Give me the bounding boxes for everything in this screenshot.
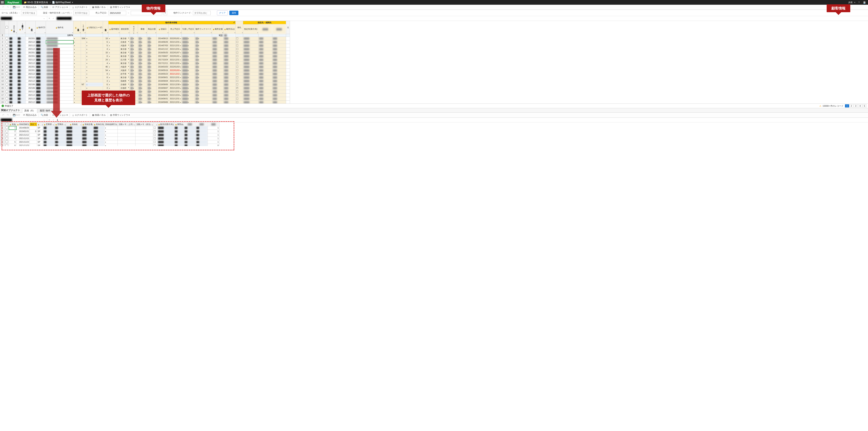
- filter-role-input[interactable]: [21, 11, 37, 15]
- select-all-checkbox[interactable]: [5, 26, 8, 29]
- column-group-dest[interactable]: 指定先・相関先: [243, 21, 286, 24]
- table-row[interactable]: 5████▾202201███████████▾▾16▾東京都▾██▾██▾██…: [0, 51, 290, 55]
- save-icon[interactable]: 💾: [863, 0, 866, 4]
- reload-button[interactable]: ⟳再読み込み: [22, 113, 38, 117]
- row-checkbox[interactable]: [5, 133, 8, 136]
- redo-button[interactable]: ↷: [6, 113, 10, 117]
- table-row[interactable]: 6████▾202201███████████▾▾0▾東京都▾██▾██▾██▾…: [0, 55, 290, 58]
- save-button[interactable]: 💾保存: [11, 113, 21, 117]
- tab-quotes[interactable]: 見積（6）: [22, 108, 37, 113]
- row-checkbox[interactable]: [5, 47, 8, 50]
- table-row[interactable]: 19████▾202112███████████▾▾1▾▾██▾██▾██▾20…: [0, 101, 290, 104]
- confirm-edit-icon[interactable]: ✓: [51, 17, 56, 20]
- search-button[interactable]: 🔍検索: [39, 5, 49, 9]
- pager-page-1[interactable]: 1: [845, 104, 849, 107]
- save-button[interactable]: 💾保存: [11, 5, 21, 9]
- table-row[interactable]: 3████▾202112███████████▾▾5▾大阪府▾██▾██▾██▾…: [0, 44, 290, 47]
- row-checkbox[interactable]: [5, 144, 8, 146]
- goto-icon[interactable]: →: [42, 119, 46, 121]
- table-row[interactable]: 2████▾202112███████████▾▾6▾北海道▾██▾██▾██▾…: [0, 40, 290, 44]
- row-checkbox[interactable]: [5, 40, 8, 43]
- reload-button[interactable]: ⟳再読み込み: [22, 5, 38, 9]
- help-icon[interactable]: ?: [857, 0, 861, 4]
- row-checkbox[interactable]: [5, 90, 8, 93]
- row-checkbox[interactable]: [5, 72, 8, 75]
- row-checkbox[interactable]: [5, 79, 8, 82]
- undo-button[interactable]: ↶: [1, 5, 5, 9]
- row-checkbox[interactable]: [5, 94, 8, 96]
- workwindow-button[interactable]: ▥作業ウィンドウ ▾: [109, 5, 131, 9]
- row-checkbox[interactable]: [5, 37, 8, 39]
- formula-input[interactable]: [56, 119, 868, 122]
- table-row[interactable]: 4████▾202112███████████▾▾4▾東京都▾██▾██▾██▾…: [0, 47, 290, 51]
- action-button[interactable]: ☑アクション ▾: [51, 5, 69, 9]
- workwindow-button[interactable]: ▥作業ウィンドウ ▾: [109, 113, 131, 117]
- pager-page-4[interactable]: 4: [858, 104, 862, 107]
- table-row[interactable]: 11████▾202112███████████▾▾8▾岩手県▾██▾██▾██…: [0, 72, 290, 76]
- table-row[interactable]: 16████▾202112███████████▾▾3▾福島県▾██▾██▾██…: [0, 90, 290, 94]
- table-row[interactable]: 10████▾202201███████████▾▾54▾大阪府▾██▾██▾█…: [0, 69, 290, 72]
- filter-rep-input[interactable]: [73, 11, 89, 15]
- row-checkbox[interactable]: [5, 130, 8, 132]
- table-row[interactable]: 662021/11/23SP████▾██████████▾██████████…: [0, 144, 219, 146]
- table-row[interactable]: 552021/11/23SP████▾██████████▾██████████…: [0, 140, 219, 144]
- row-checkbox[interactable]: [5, 51, 8, 54]
- export-button[interactable]: ⭳エクスポート: [71, 5, 89, 9]
- chevron-down-icon[interactable]: ▾: [854, 1, 856, 4]
- table-row[interactable]: 442021/11/15SP████▾██████████▾██████████…: [0, 137, 219, 140]
- row-checkbox[interactable]: [5, 58, 8, 61]
- cell-reference-input[interactable]: [1, 119, 42, 122]
- searchpanel-button[interactable]: ▦検索パネル: [91, 5, 107, 9]
- row-checkbox[interactable]: [5, 97, 8, 100]
- share-label[interactable]: 共有: [848, 1, 852, 4]
- table-row[interactable]: 13████▾202112███████████▾▾3▾長崎県▾██▾██▾██…: [0, 79, 290, 83]
- table-row[interactable]: 222019/01/310SP████▾██████████▾█████████…: [0, 130, 219, 133]
- table-row[interactable]: 15████▾202106███████████▾▾3▾京都府▾██▾██▾██…: [0, 87, 290, 90]
- cancel-edit-icon[interactable]: ✕: [47, 119, 51, 121]
- table-row[interactable]: 9████▾202201███████████▾▾46▾大阪府▾██▾██▾██…: [0, 65, 290, 69]
- row-checkbox[interactable]: [5, 62, 8, 64]
- column-group-basic[interactable]: 物件基本情報 ⤢: [108, 21, 236, 24]
- related-grid[interactable]: 🔒見積▾ 🔒見積登録日▾ 指定フ▾ 🔒見積種▾ 🔒営業部…▾ 🔒営業担…▾ 🔒見…: [0, 123, 219, 146]
- chevron-down-icon[interactable]: ▾: [72, 1, 73, 4]
- redo-button[interactable]: ↷: [6, 5, 10, 9]
- table-row[interactable]: 7████▾202112███████████▾▾24▾石川県▾██▾██▾██…: [0, 58, 290, 62]
- table-row[interactable]: 18████▾202112███████████▾▾8▾▾██▾██▾██▾20…: [0, 97, 290, 101]
- row-checkbox[interactable]: [5, 76, 8, 78]
- row-checkbox[interactable]: [5, 137, 8, 139]
- row-checkbox[interactable]: [5, 69, 8, 71]
- pager-page-5[interactable]: 5: [863, 104, 866, 107]
- table-row[interactable]: 112014/06/26SP████▾██████████▾██████████…: [0, 126, 219, 130]
- row-checkbox[interactable]: [5, 126, 8, 129]
- table-row[interactable]: 17████▾202112███████████▾▾8▾沖縄県▾██▾██▾██…: [0, 94, 290, 97]
- row-checkbox[interactable]: [5, 87, 8, 89]
- main-grid[interactable]: 🔒ロール(表示名)▾ 🔒販促・物件担当者(ユーザ)▾ 🔒売上予定年月▾ 🔒物件C…: [0, 21, 290, 103]
- row-checkbox[interactable]: [5, 65, 8, 68]
- search-button[interactable]: 🔍検索: [39, 113, 49, 117]
- row-checkbox[interactable]: [5, 140, 8, 143]
- filter-date-input[interactable]: [108, 11, 126, 15]
- table-row[interactable]: 14████▾202106███████████▾NT▾6▾京都府▾██▾██▾…: [0, 83, 290, 87]
- row-checkbox[interactable]: [5, 101, 8, 103]
- searchpanel-button[interactable]: ▦検索パネル: [91, 113, 107, 117]
- table-row[interactable]: 8████▾202112███████████▾▾4▾東京都▾██▾██▾██▾…: [0, 62, 290, 65]
- breadcrumb-folder[interactable]: 00-01 営業本部共有: [27, 1, 48, 4]
- table-row[interactable]: 1████▾202201███████████▾SIM▾18▾東京都▾██▾██…: [0, 37, 290, 40]
- formula-input[interactable]: [56, 17, 868, 20]
- cell-reference-input[interactable]: [1, 17, 42, 20]
- table-row[interactable]: 332021/11/12SP████▾██████████▾██████████…: [0, 133, 219, 137]
- row-checkbox[interactable]: [5, 55, 8, 57]
- filter-rank-input[interactable]: [193, 11, 211, 15]
- row-checkbox[interactable]: [5, 83, 8, 86]
- goto-icon[interactable]: →: [42, 17, 46, 20]
- select-all-checkbox[interactable]: [5, 123, 8, 125]
- confirm-edit-icon[interactable]: ✓: [51, 119, 56, 121]
- breadcrumb-page[interactable]: 物件RaySheet: [56, 1, 71, 4]
- row-checkbox[interactable]: [5, 44, 8, 47]
- clear-button[interactable]: クリア: [217, 10, 228, 15]
- menu-button[interactable]: [0, 0, 5, 5]
- pager-page-3[interactable]: 3: [854, 104, 858, 107]
- cancel-edit-icon[interactable]: ✕: [47, 17, 51, 20]
- pager-page-2[interactable]: 2: [849, 104, 854, 107]
- undo-button[interactable]: ↶: [1, 113, 5, 117]
